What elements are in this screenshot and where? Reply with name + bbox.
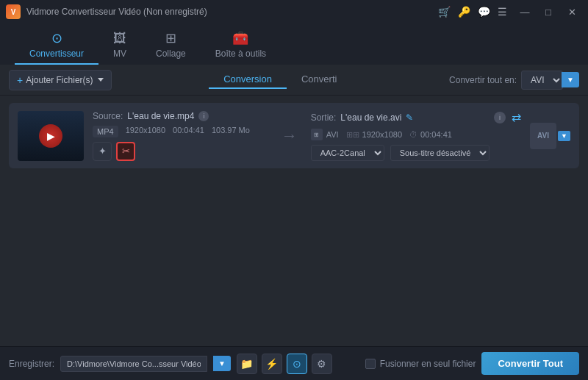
tab-switcher: Conversion Converti (209, 71, 351, 89)
key-icon[interactable]: 🔑 (458, 6, 470, 18)
save-path-dropdown[interactable]: ▼ (213, 356, 231, 371)
file-source-row: Source: L'eau de vie.mp4 i (93, 111, 268, 121)
file-item: ▶ Source: L'eau de vie.mp4 i MP4 1920x10… (9, 103, 579, 168)
tab-mv[interactable]: 🖼 MV (98, 26, 141, 65)
convert-all-format-arrow[interactable]: ▼ (562, 72, 579, 87)
format-grid-icon: ⊞ (311, 129, 323, 140)
nav-tabs: ⊙ Convertisseur 🖼 MV ⊞ Collage 🧰 Boîte à… (0, 24, 588, 65)
format-tag: MP4 (93, 126, 118, 137)
tab-collage[interactable]: ⊞ Collage (141, 26, 201, 65)
window-controls: — □ ✕ (514, 4, 582, 19)
res-icon: ⊞⊞ (346, 130, 359, 140)
save-label: Enregistrer: (9, 359, 54, 369)
cpu-button[interactable]: ⊙ (287, 354, 307, 374)
mv-icon: 🖼 (113, 31, 126, 46)
convert-all-label: Convertir tout en: (449, 75, 517, 85)
source-info-icon[interactable]: i (198, 111, 209, 121)
settings-button[interactable]: ⚙ (312, 354, 332, 374)
output-settings-icon[interactable]: ⇄ (512, 110, 521, 124)
boite-icon: 🧰 (232, 30, 248, 46)
output-resolution: ⊞⊞ 1920x1080 (346, 130, 402, 140)
lightning-icon: ⚡ (265, 358, 278, 370)
magic-wand-icon: ✦ (98, 146, 107, 157)
convert-arrow: → (282, 126, 298, 146)
minimize-button[interactable]: — (514, 4, 535, 19)
add-files-button[interactable]: + Ajouter Fichier(s) (9, 70, 112, 90)
convertisseur-icon: ⊙ (51, 30, 62, 46)
file-thumbnail: ▶ (18, 111, 84, 161)
chat-icon[interactable]: 💬 (478, 6, 490, 18)
close-button[interactable]: ✕ (562, 4, 582, 19)
cut-button[interactable]: ✂ (116, 142, 135, 161)
format-badge: AVI (530, 123, 556, 149)
convert-all-format-select[interactable]: AVI (521, 71, 563, 90)
collage-icon: ⊞ (165, 30, 176, 46)
open-folder-button[interactable]: 📁 (237, 354, 257, 374)
settings-gear-icon: ⚙ (317, 358, 326, 370)
output-info-icon[interactable]: i (494, 112, 506, 123)
bottom-bar: Enregistrer: ▼ 📁 ⚡ ⊙ ⚙ Fusionner en seul… (0, 346, 588, 380)
output-format: ⊞ AVI (311, 129, 339, 140)
tab-boite[interactable]: 🧰 Boîte à outils (201, 26, 281, 65)
merge-label: Fusionner en seul fichier (380, 359, 476, 369)
magic-wand-button[interactable]: ✦ (93, 142, 112, 161)
clock-icon: ⏱ (409, 130, 417, 139)
file-info-left: Source: L'eau de vie.mp4 i MP4 1920x1080… (93, 111, 268, 161)
format-badge-container: AVI ▼ (530, 123, 570, 149)
output-settings: AAC-2Canal Sous-titre désactivé (311, 145, 521, 161)
app-title: Vidmore Convertisseur Vidéo (Non enregis… (26, 7, 438, 17)
format-badge-dropdown[interactable]: ▼ (558, 131, 570, 141)
audio-settings-select[interactable]: AAC-2Canal (311, 145, 384, 161)
convert-all-button[interactable]: Convertir Tout (481, 352, 579, 375)
output-section: Sortie: L'eau de vie.avi ✎ i ⇄ ⊞ AVI ⊞⊞ (311, 110, 521, 161)
cart-icon[interactable]: 🛒 (438, 6, 451, 18)
subtitle-settings-select[interactable]: Sous-titre désactivé (390, 145, 490, 161)
merge-checkbox-area: Fusionner en seul fichier (365, 359, 476, 369)
conversion-tab-btn[interactable]: Conversion (209, 71, 287, 89)
folder-icon: 📁 (240, 358, 253, 370)
merge-checkbox[interactable] (365, 359, 376, 369)
scissors-icon: ✂ (122, 146, 130, 157)
main-content: ▶ Source: L'eau de vie.mp4 i MP4 1920x10… (0, 96, 588, 346)
lightning-button[interactable]: ⚡ (262, 354, 282, 374)
arrow-right-icon: → (282, 126, 298, 146)
title-bar-icons: 🛒 🔑 💬 ☰ (438, 6, 507, 18)
video-thumb-icon: ▶ (39, 124, 62, 148)
maximize-button[interactable]: □ (538, 4, 559, 19)
output-header: Sortie: L'eau de vie.avi ✎ i ⇄ (311, 110, 521, 124)
file-actions: ✦ ✂ (93, 142, 268, 161)
tab-convertisseur[interactable]: ⊙ Convertisseur (15, 26, 98, 65)
bottom-icons: 📁 ⚡ ⊙ ⚙ (237, 354, 332, 374)
toolbar: + Ajouter Fichier(s) Conversion Converti… (0, 65, 588, 96)
menu-icon[interactable]: ☰ (498, 6, 507, 18)
add-dropdown-arrow (98, 78, 104, 82)
output-duration: ⏱ 00:04:41 (409, 130, 452, 139)
output-meta: ⊞ AVI ⊞⊞ 1920x1080 ⏱ 00:04:41 (311, 129, 521, 140)
edit-output-name-icon[interactable]: ✎ (406, 112, 413, 123)
plus-icon: + (17, 74, 23, 86)
save-path-input[interactable] (60, 356, 207, 372)
file-meta: MP4 1920x1080 00:04:41 103.97 Mo (93, 126, 268, 137)
app-logo: V (6, 4, 21, 19)
converti-tab-btn[interactable]: Converti (287, 71, 351, 89)
title-bar: V Vidmore Convertisseur Vidéo (Non enreg… (0, 0, 588, 24)
cpu-icon: ⊙ (293, 358, 301, 370)
